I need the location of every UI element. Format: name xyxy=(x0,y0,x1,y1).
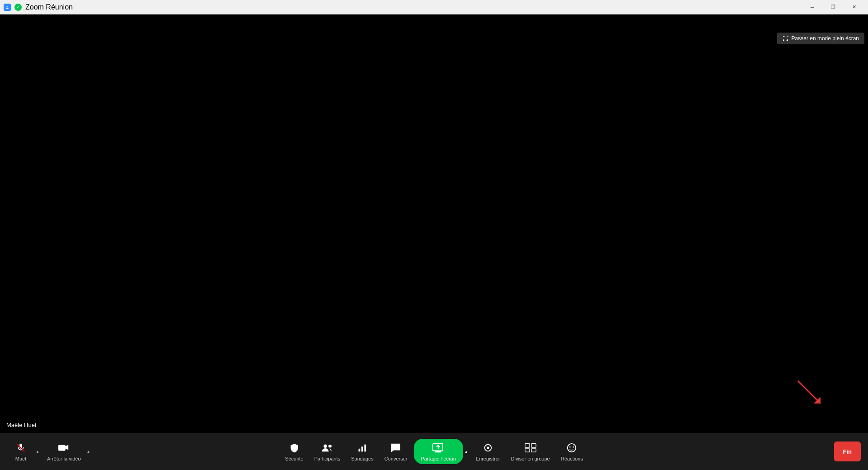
svg-point-11 xyxy=(487,446,489,449)
mute-caret-button[interactable]: ▲ xyxy=(34,448,41,455)
reactions-icon xyxy=(565,442,578,454)
participant-name-label: Maële Huet xyxy=(4,421,39,429)
security-shield-icon: ✓ xyxy=(14,4,22,11)
share-screen-label: Partager l'écran xyxy=(421,456,455,461)
fullscreen-icon xyxy=(783,35,789,42)
svg-rect-6 xyxy=(359,449,360,451)
svg-point-17 xyxy=(569,446,571,448)
record-icon xyxy=(482,442,494,454)
close-button[interactable]: ✕ xyxy=(844,0,864,14)
breakout-label: Diviser en groupe xyxy=(511,456,550,461)
shield-icon xyxy=(288,442,301,454)
toolbar-left: Muet ▲ Arrêter la vidéo ▲ xyxy=(7,439,91,464)
breakout-icon xyxy=(524,442,537,454)
video-camera-icon xyxy=(57,442,70,454)
polls-label: Sondages xyxy=(351,456,374,461)
window-title: Zoom Réunion xyxy=(25,3,73,11)
svg-rect-8 xyxy=(365,445,366,452)
record-label: Enregistrer xyxy=(476,456,500,461)
share-screen-icon xyxy=(432,442,445,454)
reactions-label: Réactions xyxy=(561,456,583,461)
share-screen-button[interactable]: Partager l'écran xyxy=(413,439,463,464)
toolbar: Muet ▲ Arrêter la vidéo ▲ Sécurité xyxy=(0,433,868,470)
restore-button[interactable]: ❐ xyxy=(823,0,844,14)
minimize-button[interactable]: ─ xyxy=(802,0,823,14)
svg-rect-7 xyxy=(361,446,363,451)
fullscreen-label: Passer en mode plein écran xyxy=(792,35,859,42)
svg-text:1: 1 xyxy=(330,444,332,447)
fullscreen-button[interactable]: Passer en mode plein écran xyxy=(777,33,864,44)
share-caret-button[interactable]: ▲ xyxy=(463,448,470,455)
security-label: Sécurité xyxy=(285,456,303,461)
video-caret-button[interactable]: ▲ xyxy=(85,448,92,455)
mute-label: Muet xyxy=(15,456,26,461)
polls-button[interactable]: Sondages xyxy=(346,439,378,464)
stop-video-button[interactable]: Arrêter la vidéo xyxy=(43,439,85,464)
svg-point-3 xyxy=(323,445,327,448)
participants-button[interactable]: 1 Participants xyxy=(310,439,345,464)
svg-point-16 xyxy=(568,444,576,452)
record-button[interactable]: Enregistrer xyxy=(471,439,505,464)
titlebar: Z ✓ Zoom Réunion ─ ❐ ✕ xyxy=(0,0,868,14)
mute-button[interactable]: Muet xyxy=(7,439,34,464)
microphone-icon xyxy=(14,442,27,454)
svg-point-18 xyxy=(573,446,574,448)
polls-icon xyxy=(356,442,369,454)
toolbar-right: Fin xyxy=(834,442,861,461)
svg-rect-13 xyxy=(531,444,536,447)
zoom-app-icon: Z xyxy=(4,4,11,11)
chat-label: Converser xyxy=(384,456,408,461)
arrow-pointer-icon xyxy=(796,379,823,406)
breakout-button[interactable]: Diviser en groupe xyxy=(507,439,555,464)
security-button[interactable]: Sécurité xyxy=(280,439,308,464)
participants-label: Participants xyxy=(314,456,340,461)
stop-video-label: Arrêter la vidéo xyxy=(47,456,81,461)
svg-rect-9 xyxy=(433,444,443,451)
video-area: Passer en mode plein écran Maële Huet xyxy=(0,14,868,433)
participants-icon: 1 xyxy=(321,442,333,454)
end-meeting-button[interactable]: Fin xyxy=(834,442,861,461)
chat-button[interactable]: Converser xyxy=(380,439,412,464)
svg-rect-12 xyxy=(525,444,530,447)
svg-line-0 xyxy=(798,381,821,404)
toolbar-center: Sécurité 1 Participants xyxy=(280,439,587,464)
chat-icon xyxy=(389,442,402,454)
svg-rect-14 xyxy=(525,449,530,452)
svg-marker-1 xyxy=(814,397,821,404)
reactions-button[interactable]: Réactions xyxy=(556,439,588,464)
svg-rect-15 xyxy=(531,449,536,452)
titlebar-controls: ─ ❐ ✕ xyxy=(802,0,864,14)
titlebar-left: Z ✓ Zoom Réunion xyxy=(4,3,73,11)
